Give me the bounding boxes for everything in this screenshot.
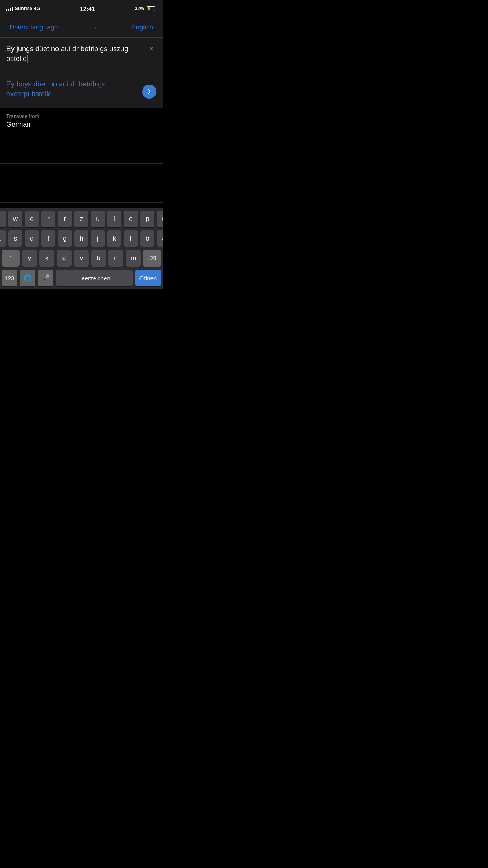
key-c[interactable]: c bbox=[57, 250, 72, 267]
translate-from-section: Translate from German bbox=[0, 108, 163, 132]
carrier-label: Sunrise bbox=[15, 6, 32, 11]
time-label: 12:41 bbox=[80, 6, 95, 12]
key-p[interactable]: p bbox=[140, 211, 154, 227]
input-area: Ey jungs düet no aui dr betribigs uszug … bbox=[0, 38, 163, 73]
keyboard-row-2: a s d f g h j k l ö ä bbox=[2, 230, 161, 247]
keyboard-bottom-row: 123 🌐 🎤 Leerzeichen Öffnen bbox=[2, 270, 161, 286]
key-g[interactable]: g bbox=[58, 230, 72, 247]
key-oe[interactable]: ö bbox=[140, 230, 154, 247]
keyboard-row-1: q w e r t z u i o p ü bbox=[2, 211, 161, 227]
key-l[interactable]: l bbox=[124, 230, 138, 247]
forward-button[interactable] bbox=[142, 85, 156, 99]
key-z[interactable]: z bbox=[74, 211, 88, 227]
key-h[interactable]: h bbox=[74, 230, 88, 247]
key-u[interactable]: u bbox=[91, 211, 105, 227]
delete-key[interactable]: ⌫ bbox=[143, 250, 161, 267]
network-label: 4G bbox=[34, 6, 40, 11]
target-language-button[interactable]: English bbox=[131, 24, 153, 31]
empty-section-1 bbox=[0, 132, 163, 164]
text-cursor bbox=[27, 55, 28, 63]
key-a[interactable]: a bbox=[0, 230, 6, 247]
language-bar: Detect language → English bbox=[0, 17, 163, 38]
key-x[interactable]: x bbox=[39, 250, 54, 267]
key-j[interactable]: j bbox=[91, 230, 105, 247]
translated-text: Ey boys düet no aui dr betribigs excerpt… bbox=[6, 79, 142, 99]
key-b[interactable]: b bbox=[91, 250, 106, 267]
clear-button[interactable]: × bbox=[146, 43, 157, 54]
key-q[interactable]: q bbox=[0, 211, 6, 227]
status-right: 32% bbox=[135, 6, 156, 11]
translate-from-value: German bbox=[6, 121, 156, 129]
source-language-button[interactable]: Detect language bbox=[9, 24, 58, 31]
keyboard-row-3: ⇧ y x c v b n m ⌫ bbox=[2, 250, 161, 267]
key-o[interactable]: o bbox=[124, 211, 138, 227]
source-text-content: Ey jungs düet no aui dr betribigs uszug … bbox=[6, 45, 128, 63]
key-r[interactable]: r bbox=[41, 211, 55, 227]
translation-area: Ey boys düet no aui dr betribigs excerpt… bbox=[0, 73, 163, 108]
shift-key[interactable]: ⇧ bbox=[2, 250, 20, 267]
key-d[interactable]: d bbox=[25, 230, 39, 247]
language-arrow-icon: → bbox=[92, 24, 98, 31]
key-n[interactable]: n bbox=[108, 250, 123, 267]
key-t[interactable]: t bbox=[58, 211, 72, 227]
source-text[interactable]: Ey jungs düet no aui dr betribigs uszug … bbox=[6, 44, 156, 64]
key-y[interactable]: y bbox=[22, 250, 37, 267]
battery-icon bbox=[147, 6, 156, 11]
key-ae[interactable]: ä bbox=[157, 230, 163, 247]
mic-key[interactable]: 🎤 bbox=[38, 270, 53, 286]
action-key[interactable]: Öffnen bbox=[135, 270, 161, 286]
status-bar: Sunrise 4G 12:41 32% bbox=[0, 0, 163, 17]
key-ue[interactable]: ü bbox=[157, 211, 163, 227]
translate-from-label: Translate from bbox=[6, 113, 156, 119]
key-w[interactable]: w bbox=[8, 211, 22, 227]
signal-bars-icon bbox=[6, 6, 13, 11]
key-i[interactable]: i bbox=[107, 211, 121, 227]
key-m[interactable]: m bbox=[126, 250, 141, 267]
key-f[interactable]: f bbox=[41, 230, 55, 247]
num-key[interactable]: 123 bbox=[2, 270, 17, 286]
battery-percent: 32% bbox=[135, 6, 144, 11]
key-e[interactable]: e bbox=[25, 211, 39, 227]
key-s[interactable]: s bbox=[8, 230, 22, 247]
key-k[interactable]: k bbox=[107, 230, 121, 247]
empty-section-2 bbox=[0, 164, 163, 203]
keyboard: q w e r t z u i o p ü a s d f g h j k l … bbox=[0, 208, 163, 289]
globe-key[interactable]: 🌐 bbox=[20, 270, 35, 286]
status-left: Sunrise 4G bbox=[6, 6, 40, 11]
space-key[interactable]: Leerzeichen bbox=[56, 270, 133, 286]
key-v[interactable]: v bbox=[74, 250, 89, 267]
